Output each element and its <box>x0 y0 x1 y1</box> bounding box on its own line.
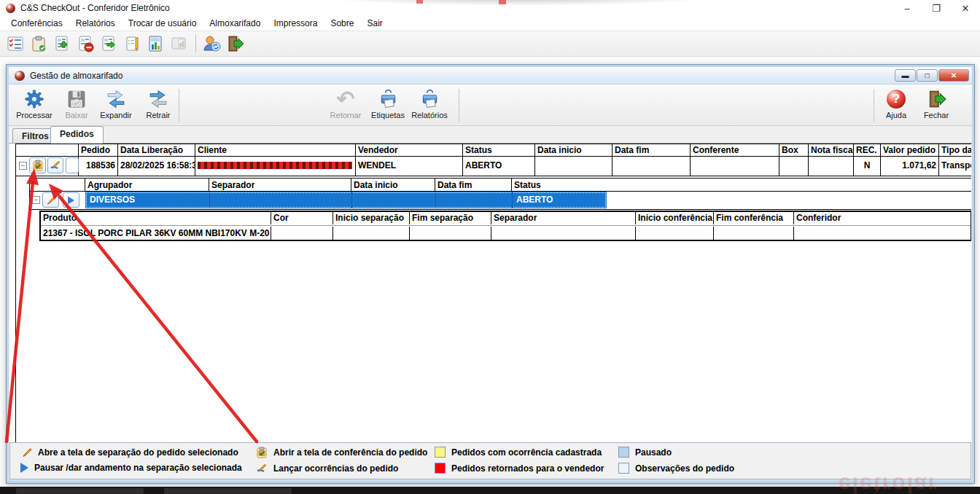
mdi-titlebar: Gestão de almoxarifado ▬ □ ✕ <box>9 67 972 85</box>
l3-cell-fim-conferencia[interactable] <box>714 227 794 240</box>
chart-document-icon[interactable] <box>144 34 166 54</box>
relatorios-button[interactable]: Relatórios <box>407 87 452 123</box>
l3-header-cor[interactable]: Cor <box>271 211 333 224</box>
tab-pedidos[interactable]: Pedidos <box>50 126 104 144</box>
l1-header-valor-pedido[interactable]: Valor pedido <box>881 144 939 156</box>
l1-cell-pedido[interactable]: 188536 <box>79 156 118 176</box>
switch-user-icon[interactable] <box>201 34 222 54</box>
menu-sobre[interactable]: Sobre <box>324 17 360 30</box>
observacoes-button[interactable] <box>66 157 79 173</box>
l1-header-conferente[interactable]: Conferente <box>691 144 779 156</box>
app-title: C&S CheckOut - Conferidor Eletrônico <box>20 3 170 13</box>
l2-header-data-fim[interactable]: Data fim <box>435 179 512 191</box>
l2-cell-agrupador[interactable]: DIVERSOS <box>87 192 208 205</box>
retrair-button[interactable]: Retrair <box>138 87 179 123</box>
mdi-logo-icon <box>15 71 25 81</box>
mdi-minimize-icon[interactable]: ▬ <box>895 69 916 82</box>
l1-header-nota-fiscal[interactable]: Nota fiscal <box>809 144 854 156</box>
close-icon[interactable]: ✕ <box>951 3 980 14</box>
l2-cell-status[interactable]: ABERTO <box>513 192 605 205</box>
l2-header-agrupador[interactable]: Agrupador <box>85 179 209 191</box>
l3-header-fim-conferencia[interactable]: Fim conferência <box>714 211 794 224</box>
clipboard-icon[interactable] <box>28 34 50 54</box>
l1-header-pedido[interactable]: Pedido <box>79 144 118 156</box>
processar-button[interactable]: Processar <box>14 87 55 123</box>
ajuda-button[interactable]: ? Ajuda <box>878 87 914 123</box>
l3-cell-inicio-conferencia[interactable] <box>636 227 714 240</box>
lancar-ocorrencias-button[interactable] <box>47 157 63 173</box>
l1-cell-rec[interactable]: N <box>854 156 881 176</box>
l3-header-separador[interactable]: Separador <box>491 211 636 224</box>
add-list-icon[interactable] <box>51 34 73 54</box>
l1-cell-data-fim[interactable] <box>612 156 691 176</box>
forward-list-icon[interactable] <box>98 34 120 54</box>
l1-cell-data-inicio[interactable] <box>535 156 612 176</box>
l3-header-fim-separacao[interactable]: Fim separação <box>410 211 491 224</box>
l3-cell-separador[interactable] <box>491 227 636 240</box>
l1-cell-nota-fiscal[interactable] <box>809 156 854 176</box>
l3-header-produto[interactable]: Produto <box>41 211 271 224</box>
l3-header-inicio-separacao[interactable]: Inicio separação <box>333 211 410 224</box>
conferencias-checklist-icon[interactable] <box>4 34 26 54</box>
play-icon <box>68 196 74 204</box>
l1-header-status[interactable]: Status <box>463 144 535 156</box>
l3-cell-inicio-separacao[interactable] <box>333 227 410 240</box>
legend-pausar-label: Pausar /dar andamento na separação selec… <box>34 463 242 473</box>
l1-cell-valor-pedido[interactable]: 1.071,62 <box>881 156 939 176</box>
l1-cell-data-liberacao[interactable]: 28/02/2025 16:58:33 <box>118 156 195 176</box>
l1-header-vendedor[interactable]: Vendedor <box>356 144 463 156</box>
menubar: Conferências Relatórios Trocar de usuári… <box>0 16 980 31</box>
l1-cell-status[interactable]: ABERTO <box>463 156 535 176</box>
restore-icon[interactable]: ❐ <box>922 3 951 14</box>
l3-header-conferidor[interactable]: Conferidor <box>794 211 942 224</box>
l1-header-box[interactable]: Box <box>779 144 809 156</box>
abrir-separacao-button[interactable] <box>42 192 59 208</box>
l3-header-inicio-conferencia[interactable]: Inicio conferência <box>636 211 714 224</box>
expandir-button[interactable]: Expandir <box>96 87 136 123</box>
menu-conferencias[interactable]: Conferências <box>4 17 69 30</box>
l2-header-data-inicio[interactable]: Data inicio <box>351 179 435 191</box>
l2-header-separador[interactable]: Separador <box>209 179 351 191</box>
pausar-andamento-button[interactable] <box>63 192 79 208</box>
etiquetas-button[interactable]: Etiquetas <box>368 87 408 123</box>
l1-cell-tipo[interactable]: Transpo <box>939 156 971 176</box>
taskbar[interactable] <box>0 487 980 494</box>
l3-cell-cor[interactable] <box>271 227 333 240</box>
menu-sair[interactable]: Sair <box>360 17 389 30</box>
menu-impressora[interactable]: Impressora <box>267 17 324 30</box>
menu-trocar-usuario[interactable]: Trocar de usuário <box>122 17 203 30</box>
edit-document-icon[interactable] <box>121 34 143 54</box>
l1-header-tipo[interactable]: Tipo da <box>939 144 971 156</box>
l1-header-data-fim[interactable]: Data fim <box>612 144 691 156</box>
mdi-toolbar: Processar Baixar Expandir <box>9 85 972 126</box>
l1-collapse-expander[interactable]: − <box>19 162 27 170</box>
report-book-icon[interactable] <box>168 34 190 54</box>
l3-cell-fim-separacao[interactable] <box>410 227 491 240</box>
l2-collapse-expander[interactable]: − <box>32 196 40 204</box>
fechar-button[interactable]: Fechar <box>917 87 955 123</box>
exit-icon[interactable] <box>224 34 246 54</box>
mdi-close-icon[interactable]: ✕ <box>938 69 969 82</box>
mdi-restore-icon[interactable]: □ <box>917 69 938 82</box>
l3-cell-produto[interactable]: 21367 - ISOL PORC PILAR 36KV 60MM NBI170… <box>41 227 271 240</box>
l1-cell-vendedor[interactable]: WENDEL <box>356 156 463 176</box>
taskbar-item[interactable] <box>16 488 144 494</box>
l1-cell-conferente[interactable] <box>691 156 779 176</box>
legend-retornados-label: Pedidos retornados para o vendedor <box>451 463 604 474</box>
l1-header-cliente[interactable]: Cliente <box>195 144 356 156</box>
l1-header-data-inicio[interactable]: Data inicio <box>535 144 612 156</box>
relatorios-label: Relatórios <box>411 111 448 119</box>
l1-header-data-liberacao[interactable]: Data Liberação <box>118 144 195 156</box>
exit-door-icon <box>926 87 946 111</box>
l1-header-rec[interactable]: REC. <box>854 144 881 156</box>
menu-relatorios[interactable]: Relatórios <box>69 17 122 30</box>
menu-almoxarifado[interactable]: Almoxarifado <box>203 17 267 30</box>
l3-cell-conferidor[interactable] <box>794 227 942 240</box>
open-conferencia-button[interactable] <box>29 157 46 173</box>
minimize-icon[interactable]: – <box>892 3 922 14</box>
taskbar-item[interactable] <box>164 488 292 494</box>
l1-cell-box[interactable] <box>779 156 809 176</box>
toolbar-separator <box>179 89 179 122</box>
remove-list-icon[interactable] <box>74 34 96 54</box>
l2-header-status[interactable]: Status <box>512 179 607 191</box>
